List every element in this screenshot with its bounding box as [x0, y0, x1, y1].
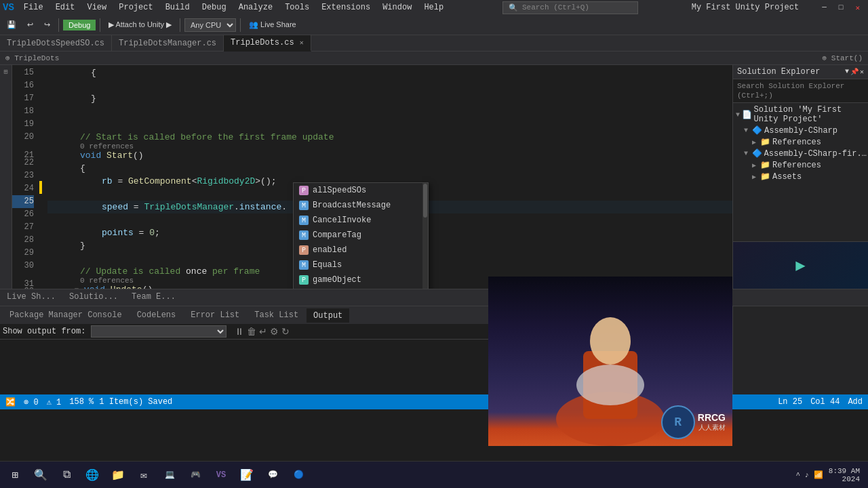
autocomplete-popup[interactable]: P allSpeedSOs M BroadcastMessage M Cance… [293, 182, 429, 289]
maximize-btn[interactable]: □ [833, 2, 849, 14]
line-number: Ln 25 [778, 397, 802, 407]
redo-btn[interactable]: ↪ [40, 19, 54, 30]
tab-close-icon[interactable]: ✕ [300, 39, 304, 47]
menu-help[interactable]: Help [418, 1, 449, 14]
menu-project[interactable]: Project [113, 1, 158, 14]
output-wrap-btn[interactable]: ↵ [259, 326, 267, 337]
menu-extensions[interactable]: Extensions [316, 1, 376, 14]
bottom-tab-codelens[interactable]: CodeLens [130, 308, 183, 322]
se-pin-btn[interactable]: 📌 [850, 68, 859, 76]
attach-icon: ▶ [108, 20, 114, 29]
ac-label-equals: Equals [313, 260, 342, 270]
attach-unity-btn[interactable]: ▶ Attach to Unity ▶ [104, 19, 176, 30]
line-num-29: 29 [12, 247, 34, 260]
live-share-tab[interactable]: Live Sh... [0, 289, 62, 306]
taskbar-chat[interactable]: 💬 [260, 463, 285, 487]
search-taskbar-btn[interactable]: 🔍 [28, 463, 53, 487]
left-toolbar: ⊞ [0, 65, 12, 289]
taskbar-note[interactable]: 📝 [235, 463, 259, 487]
menu-edit[interactable]: Edit [50, 1, 81, 14]
tab-triple-dots[interactable]: TripleDots.cs ✕ [224, 35, 311, 52]
tab-triple-dots-manager[interactable]: TripleDotsManager.cs [112, 35, 224, 52]
liveshare-btn[interactable]: 👥 Live Share [245, 19, 300, 30]
output-clear-btn[interactable]: 🗑 [247, 326, 256, 337]
bottom-tab-pkg[interactable]: Package Manager Console [3, 308, 129, 322]
ac-label-broadcastmessage: BroadcastMessage [313, 201, 391, 210]
tree-item-references-2[interactable]: ▶ 📁 References [733, 159, 868, 171]
tree-arrow-refs-1: ▶ [752, 138, 760, 146]
save-btn[interactable]: 💾 [3, 19, 20, 30]
logo-text-area: RRCG 人人素材 [698, 412, 726, 432]
toolbar: 💾 ↩ ↪ Debug ▶ Attach to Unity ▶ Any CPU … [0, 15, 868, 35]
taskbar-mail[interactable]: ✉ [132, 463, 156, 487]
error-count[interactable]: ⊗ 0 [24, 397, 39, 407]
debug-button[interactable]: Debug [63, 20, 96, 30]
code-area[interactable]: { } // Start is called before the first … [42, 65, 732, 289]
ac-item-gameobject[interactable]: P gameObject [294, 272, 428, 287]
solution-icon: 📄 [742, 110, 752, 120]
menu-file[interactable]: File [18, 1, 49, 14]
task-view-btn[interactable]: ⧉ [54, 463, 79, 487]
undo-btn[interactable]: ↩ [23, 19, 37, 30]
se-search-box[interactable]: Search Solution Explorer (Ctrl+;) [733, 79, 868, 103]
tab-label-3: TripleDots.cs [231, 38, 294, 47]
code-line-22: { [47, 162, 732, 175]
menu-analyze[interactable]: Analyze [233, 1, 278, 14]
col-number: Col 44 [810, 397, 840, 407]
tree-item-solution[interactable]: ▼ 📄 Solution 'My First Unity Project' [733, 104, 868, 125]
menu-view[interactable]: View [81, 1, 112, 14]
taskbar-dev-1[interactable]: 💻 [157, 463, 182, 487]
svg-point-3 [576, 365, 644, 405]
taskbar-file-explorer[interactable]: 📁 [106, 463, 130, 487]
bottom-tab-tasklist[interactable]: Task List [248, 308, 305, 322]
taskbar-browser[interactable]: 🌐 [80, 463, 104, 487]
bottom-tab-output[interactable]: Output [307, 308, 349, 323]
tree-item-references-1[interactable]: ▶ 📁 References [733, 136, 868, 148]
tree-arrow-refs-2: ▶ [752, 161, 760, 169]
tree-item-assembly-csharp[interactable]: ▼ 🔷 Assembly-CSharp [733, 125, 868, 136]
solution-tab[interactable]: Solutio... [62, 289, 125, 306]
collapse-btn-31[interactable]: ▼ [75, 287, 79, 289]
ac-item-comparetag[interactable]: M CompareTag [294, 228, 428, 243]
ac-item-equals[interactable]: M Equals [294, 258, 428, 272]
output-refresh-btn[interactable]: ↻ [281, 326, 290, 337]
tree-label-assembly: Assembly-CSharp [764, 126, 837, 136]
taskbar-extra[interactable]: 🔵 [286, 463, 311, 487]
menu-debug[interactable]: Debug [197, 1, 232, 14]
se-close-btn[interactable]: ✕ [860, 68, 864, 76]
add-live-share-btn[interactable]: Add [848, 397, 863, 407]
expand-all-btn[interactable]: ⊞ [3, 68, 7, 76]
line-num-26: 26 [12, 208, 34, 221]
taskbar-unity[interactable]: 🎮 [183, 463, 208, 487]
warning-count[interactable]: ⚠ 1 [47, 397, 62, 407]
output-settings-btn[interactable]: ⚙ [270, 326, 279, 337]
team-tab[interactable]: Team E... [125, 289, 182, 306]
start-btn[interactable]: ⊞ [3, 463, 27, 487]
tree-label-assets: Assets [772, 172, 802, 182]
system-tray: ^ ♪ 📶 8:39 AM 2024 [795, 467, 865, 483]
ac-item-getcomponent[interactable]: M GetComponent [294, 287, 428, 289]
tree-item-assembly-csharp-first[interactable]: ▼ 🔷 Assembly-CSharp-fir... [733, 148, 868, 159]
search-box[interactable]: 🔍 Search (Ctrl+Q) [502, 1, 638, 14]
output-pause-btn[interactable]: ⏸ [235, 326, 244, 337]
ac-item-enabled[interactable]: P enabled [294, 243, 428, 258]
code-hint-21: 0 references [47, 144, 732, 149]
cpu-dropdown[interactable]: Any CPU [184, 18, 236, 32]
menu-build[interactable]: Build [160, 1, 195, 14]
se-options-btn[interactable]: ▼ [845, 68, 849, 76]
ac-item-broadcastmessage[interactable]: M BroadcastMessage [294, 198, 428, 213]
output-source-dropdown[interactable] [91, 325, 226, 338]
tree-item-assets[interactable]: ▶ 📁 Assets [733, 171, 868, 182]
ac-scrollbar[interactable] [422, 183, 428, 289]
minimize-btn[interactable]: ─ [816, 2, 832, 14]
menu-window[interactable]: Window [377, 1, 417, 14]
close-btn[interactable]: ✕ [850, 2, 865, 14]
taskbar-vs[interactable]: VS [209, 463, 233, 487]
menu-tools[interactable]: Tools [279, 1, 315, 14]
ac-item-allspeedsos[interactable]: P allSpeedSOs [294, 183, 428, 198]
tree-arrow-solution: ▼ [736, 111, 742, 119]
solution-tree: ▼ 📄 Solution 'My First Unity Project' ▼ … [733, 103, 868, 241]
ac-item-cancelinvoke[interactable]: M CancelInvoke [294, 213, 428, 228]
bottom-tab-errors[interactable]: Error List [184, 308, 246, 322]
tab-triple-dots-speed[interactable]: TripleDotsSpeedSO.cs [0, 35, 112, 52]
